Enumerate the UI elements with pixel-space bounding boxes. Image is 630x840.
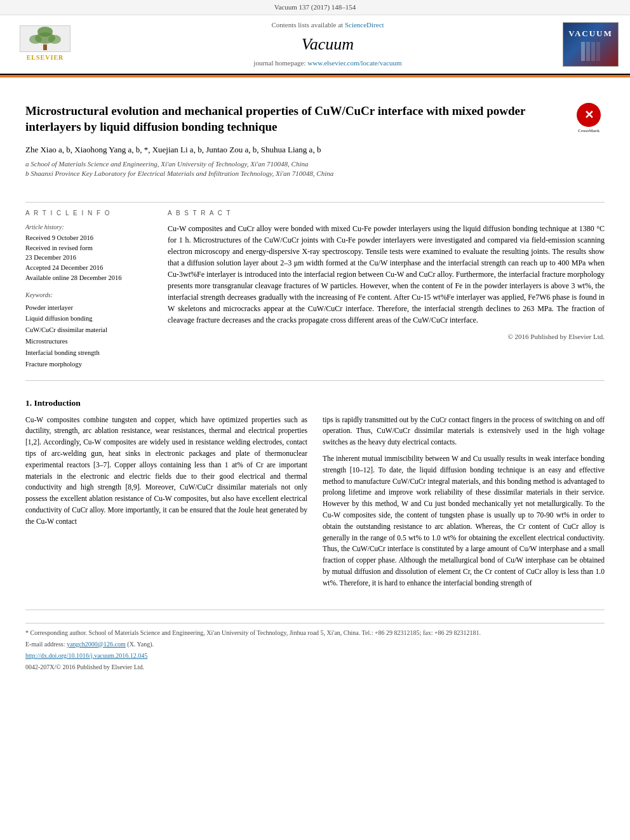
- affiliations: a School of Materials Science and Engine…: [25, 159, 605, 179]
- article-history-block: Article history: Received 9 October 2016…: [25, 223, 152, 283]
- keyword-6: Fracture morphology: [25, 359, 152, 370]
- body-content: 1. Introduction Cu-W composites combine …: [25, 387, 605, 594]
- section1-right-col: tips is rapidly transmitted out by the C…: [323, 415, 605, 594]
- cover-title: VACUUM: [568, 28, 613, 39]
- svg-point-2: [29, 35, 42, 44]
- keyword-3: CuW/CuCr dissimilar material: [25, 324, 152, 336]
- journal-reference-bar: Vacuum 137 (2017) 148–154: [0, 0, 630, 15]
- section1-title: 1. Introduction: [25, 397, 605, 410]
- article-dates: Received 9 October 2016 Received in revi…: [25, 233, 152, 283]
- authors-line: Zhe Xiao a, b, Xiaohong Yang a, b, *, Xu…: [25, 144, 605, 156]
- keywords-label: Keywords:: [25, 291, 152, 300]
- affiliation-a: a School of Materials Science and Engine…: [25, 159, 605, 169]
- author-email-link[interactable]: yangch2000@126.com: [67, 641, 126, 648]
- footer-divider: [25, 610, 605, 610]
- svg-rect-4: [43, 44, 47, 50]
- crossmark-label: CrossMark: [578, 128, 600, 134]
- copyright-line: © 2016 Published by Elsevier Ltd.: [168, 332, 605, 342]
- keyword-1: Powder interlayer: [25, 302, 152, 314]
- journal-ref-text: Vacuum 137 (2017) 148–154: [274, 3, 356, 11]
- article-info-label: A R T I C L E I N F O: [25, 209, 152, 218]
- journal-cover: VACUUM: [563, 22, 620, 67]
- journal-homepage-link[interactable]: www.elsevier.com/locate/vacuum: [307, 59, 401, 67]
- sciencedirect-label: Contents lists available at ScienceDirec…: [103, 20, 553, 30]
- abstract-label: A B S T R A C T: [168, 209, 605, 218]
- keyword-4: Microstructures: [25, 336, 152, 347]
- article-title-section: Microstructural evolution and mechanical…: [25, 90, 605, 196]
- section1-para-right-2: The inherent mutual immiscibility betwee…: [323, 453, 605, 589]
- elsevier-logo: ELSEVIER: [10, 25, 80, 63]
- cover-decoration: [581, 42, 600, 61]
- history-label: Article history:: [25, 223, 152, 232]
- keywords-block: Keywords: Powder interlayer Liquid diffu…: [25, 291, 152, 370]
- article-divider: [25, 202, 605, 203]
- journal-homepage-line: journal homepage: www.elsevier.com/locat…: [103, 58, 553, 68]
- section1-label: Introduction: [34, 398, 81, 408]
- article-info-column: A R T I C L E I N F O Article history: R…: [25, 209, 152, 370]
- revised-date: 23 December 2016: [25, 253, 152, 263]
- article-title: Microstructural evolution and mechanical…: [25, 103, 605, 135]
- keyword-2: Liquid diffusion bonding: [25, 313, 152, 324]
- elsevier-brand-text: ELSEVIER: [27, 53, 64, 62]
- doi-link[interactable]: http://dx.doi.org/10.1016/j.vacuum.2016.…: [25, 652, 147, 659]
- affiliation-b: b Shaanxi Province Key Laboratory for El…: [25, 169, 605, 178]
- elsevier-tree-image: [20, 25, 70, 52]
- body-divider: [25, 380, 605, 381]
- elsevier-logo-area: ELSEVIER: [10, 25, 93, 63]
- accepted-date: Accepted 24 December 2016: [25, 263, 152, 273]
- section1-para-left: Cu-W composites combine tungsten and cop…: [25, 415, 307, 528]
- abstract-column: A B S T R A C T Cu-W composites and CuCr…: [168, 209, 605, 370]
- sciencedirect-link[interactable]: ScienceDirect: [345, 21, 384, 29]
- section1-number: 1.: [25, 398, 32, 408]
- received-date: Received 9 October 2016: [25, 233, 152, 243]
- issn-line: 0042-207X/© 2016 Published by Elsevier L…: [25, 663, 605, 672]
- section1-para-right-1: tips is rapidly transmitted out by the C…: [323, 415, 605, 448]
- crossmark-icon: ✕: [577, 103, 601, 127]
- email-note: E-mail address: yangch2000@126.com (X. Y…: [25, 640, 605, 649]
- elsevier-tree-svg: [23, 27, 67, 51]
- revised-label: Received in revised form: [25, 243, 152, 253]
- journal-center-info: Contents lists available at ScienceDirec…: [93, 20, 563, 68]
- doi-line: http://dx.doi.org/10.1016/j.vacuum.2016.…: [25, 651, 605, 660]
- journal-header: ELSEVIER Contents lists available at Sci…: [0, 15, 630, 74]
- section1-body: Cu-W composites combine tungsten and cop…: [25, 415, 605, 594]
- svg-point-3: [48, 35, 61, 44]
- abstract-text: Cu-W composites and CuCr alloy were bond…: [168, 223, 605, 326]
- available-date: Available online 28 December 2016: [25, 273, 152, 283]
- article-footer: * Corresponding author. School of Materi…: [25, 623, 605, 672]
- main-content: Microstructural evolution and mechanical…: [0, 77, 630, 684]
- corresponding-author-note: * Corresponding author. School of Materi…: [25, 629, 605, 637]
- vacuum-cover-image: VACUUM: [563, 22, 619, 67]
- keyword-5: Interfacial bonding strength: [25, 347, 152, 359]
- article-info-abstract: A R T I C L E I N F O Article history: R…: [25, 209, 605, 370]
- section1-left-col: Cu-W composites combine tungsten and cop…: [25, 415, 307, 594]
- journal-name: Vacuum: [103, 33, 553, 56]
- email-suffix: (X. Yang).: [127, 641, 154, 648]
- keywords-list: Powder interlayer Liquid diffusion bondi…: [25, 302, 152, 370]
- crossmark-badge[interactable]: ✕ CrossMark: [573, 103, 605, 135]
